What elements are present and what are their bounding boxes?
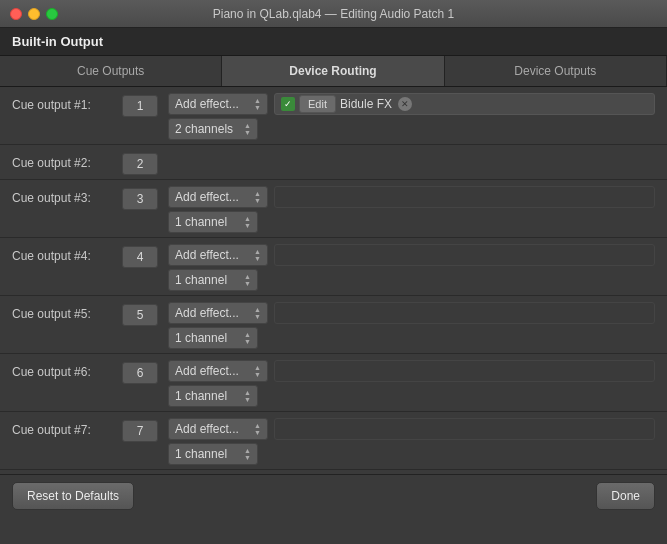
cue-controls-5: Add effect... ▲ ▼ 1 channel ▲ ▼ (168, 302, 655, 349)
add-effect-dropdown-1[interactable]: Add effect... ▲ ▼ (168, 93, 268, 115)
add-effect-dropdown-5[interactable]: Add effect... ▲ ▼ (168, 302, 268, 324)
cue-label-5: Cue output #5: (12, 302, 122, 321)
add-effect-dropdown-7[interactable]: Add effect... ▲ ▼ (168, 418, 268, 440)
section-header: Built-in Output (0, 28, 667, 56)
close-button[interactable] (10, 8, 22, 20)
cue-row5-top: Add effect... ▲ ▼ (168, 302, 655, 324)
channel-dropdown-arrows-icon: ▲ ▼ (244, 122, 251, 136)
channel-dropdown-6[interactable]: 1 channel ▲ ▼ (168, 385, 258, 407)
cue-label-4: Cue output #4: (12, 244, 122, 263)
cue-controls-7: Add effect... ▲ ▼ 1 channel ▲ ▼ (168, 418, 655, 465)
reset-defaults-button[interactable]: Reset to Defaults (12, 482, 134, 510)
tab-device-outputs[interactable]: Device Outputs (445, 56, 667, 86)
dropdown-arrows-7-icon: ▲ ▼ (254, 422, 261, 436)
title-bar: Piano in QLab.qlab4 — Editing Audio Patc… (0, 0, 667, 28)
channel-dropdown-5[interactable]: 1 channel ▲ ▼ (168, 327, 258, 349)
add-effect-dropdown-6[interactable]: Add effect... ▲ ▼ (168, 360, 268, 382)
cue-row-5: Cue output #5: 5 Add effect... ▲ ▼ 1 cha… (0, 296, 667, 354)
cue-row3-top: Add effect... ▲ ▼ (168, 186, 655, 208)
dropdown-arrows-icon: ▲ ▼ (254, 97, 261, 111)
cue-row7-top: Add effect... ▲ ▼ (168, 418, 655, 440)
cue-number-7[interactable]: 7 (122, 420, 158, 442)
empty-effect-box-3 (274, 186, 655, 208)
cue-controls-6: Add effect... ▲ ▼ 1 channel ▲ ▼ (168, 360, 655, 407)
bottom-bar: Reset to Defaults Done (0, 474, 667, 516)
empty-effect-box-4 (274, 244, 655, 266)
effect-close-button-1[interactable]: ✕ (398, 97, 412, 111)
cue-controls-4: Add effect... ▲ ▼ 1 channel ▲ ▼ (168, 244, 655, 291)
cue-controls-3: Add effect... ▲ ▼ 1 channel ▲ ▼ (168, 186, 655, 233)
cue-row-6: Cue output #6: 6 Add effect... ▲ ▼ 1 cha… (0, 354, 667, 412)
cue-row5-bottom: 1 channel ▲ ▼ (168, 327, 655, 349)
channel-dropdown-7-arrows-icon: ▲ ▼ (244, 447, 251, 461)
cue-row-4: Cue output #4: 4 Add effect... ▲ ▼ 1 cha… (0, 238, 667, 296)
cue-controls-1: Add effect... ▲ ▼ ✓ Edit Bidule FX ✕ (168, 93, 655, 140)
cue-label-7: Cue output #7: (12, 418, 122, 437)
cue-row6-top: Add effect... ▲ ▼ (168, 360, 655, 382)
add-effect-dropdown-3[interactable]: Add effect... ▲ ▼ (168, 186, 268, 208)
cue-number-2[interactable]: 2 (122, 153, 158, 175)
cue-number-6[interactable]: 6 (122, 362, 158, 384)
channel-dropdown-3[interactable]: 1 channel ▲ ▼ (168, 211, 258, 233)
cue-row6-bottom: 1 channel ▲ ▼ (168, 385, 655, 407)
traffic-lights (10, 8, 58, 20)
cue-controls-row-bottom-1: 2 channels ▲ ▼ (168, 118, 655, 140)
channel-dropdown-1[interactable]: 2 channels ▲ ▼ (168, 118, 258, 140)
channel-dropdown-6-arrows-icon: ▲ ▼ (244, 389, 251, 403)
done-button[interactable]: Done (596, 482, 655, 510)
cue-row3-bottom: 1 channel ▲ ▼ (168, 211, 655, 233)
cue-row4-top: Add effect... ▲ ▼ (168, 244, 655, 266)
empty-effect-box-6 (274, 360, 655, 382)
maximize-button[interactable] (46, 8, 58, 20)
minimize-button[interactable] (28, 8, 40, 20)
cue-row4-bottom: 1 channel ▲ ▼ (168, 269, 655, 291)
add-effect-dropdown-4[interactable]: Add effect... ▲ ▼ (168, 244, 268, 266)
tab-cue-outputs[interactable]: Cue Outputs (0, 56, 222, 86)
effect-checkbox-1[interactable]: ✓ (281, 97, 295, 111)
channel-dropdown-4-arrows-icon: ▲ ▼ (244, 273, 251, 287)
channel-dropdown-5-arrows-icon: ▲ ▼ (244, 331, 251, 345)
channel-dropdown-4[interactable]: 1 channel ▲ ▼ (168, 269, 258, 291)
effect-box-1: ✓ Edit Bidule FX ✕ (274, 93, 655, 115)
dropdown-arrows-5-icon: ▲ ▼ (254, 306, 261, 320)
cue-controls-row-top-1: Add effect... ▲ ▼ ✓ Edit Bidule FX ✕ (168, 93, 655, 115)
content-area: Cue output #1: 1 Add effect... ▲ ▼ ✓ Edi… (0, 87, 667, 474)
empty-effect-box-5 (274, 302, 655, 324)
cue-row: Cue output #1: 1 Add effect... ▲ ▼ ✓ Edi… (0, 87, 667, 145)
dropdown-arrows-3-icon: ▲ ▼ (254, 190, 261, 204)
cue-number-1[interactable]: 1 (122, 95, 158, 117)
cue-label-3: Cue output #3: (12, 186, 122, 205)
tab-device-routing[interactable]: Device Routing (222, 56, 444, 86)
window-title: Piano in QLab.qlab4 — Editing Audio Patc… (213, 7, 455, 21)
empty-effect-box-7 (274, 418, 655, 440)
cue-number-3[interactable]: 3 (122, 188, 158, 210)
cue-label-1: Cue output #1: (12, 93, 122, 112)
effect-name-1: Bidule FX (340, 97, 392, 111)
cue-row-3: Cue output #3: 3 Add effect... ▲ ▼ 1 cha… (0, 180, 667, 238)
cue-row-7: Cue output #7: 7 Add effect... ▲ ▼ 1 cha… (0, 412, 667, 470)
channel-dropdown-3-arrows-icon: ▲ ▼ (244, 215, 251, 229)
dropdown-arrows-6-icon: ▲ ▼ (254, 364, 261, 378)
effect-edit-button-1[interactable]: Edit (299, 95, 336, 113)
dropdown-arrows-4-icon: ▲ ▼ (254, 248, 261, 262)
tabs-row: Cue Outputs Device Routing Device Output… (0, 56, 667, 87)
cue-row7-bottom: 1 channel ▲ ▼ (168, 443, 655, 465)
cue-label-2: Cue output #2: (12, 151, 122, 170)
cue-label-6: Cue output #6: (12, 360, 122, 379)
cue-number-5[interactable]: 5 (122, 304, 158, 326)
cue-row-2: Cue output #2: 2 (0, 145, 667, 180)
channel-dropdown-7[interactable]: 1 channel ▲ ▼ (168, 443, 258, 465)
cue-number-4[interactable]: 4 (122, 246, 158, 268)
